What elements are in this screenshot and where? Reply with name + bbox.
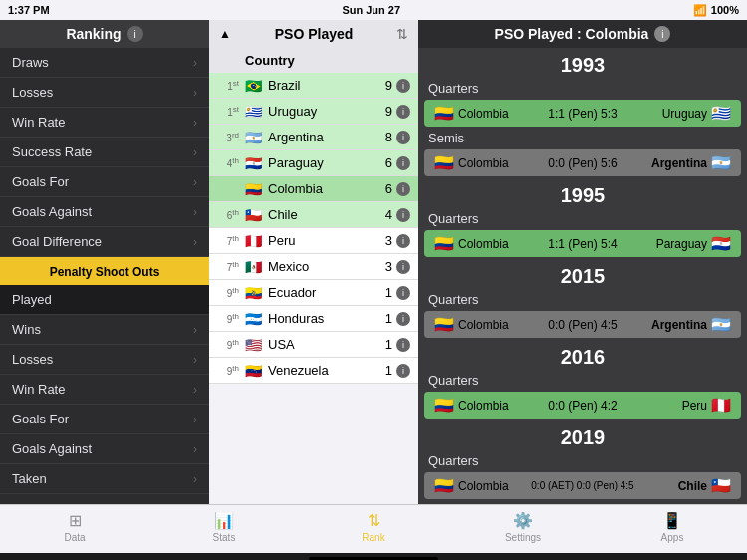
match-colombia-uruguay: 🇨🇴 Colombia 1:1 (Pen) 5:3 Uruguay 🇺🇾 bbox=[424, 100, 741, 127]
country-name: Peru bbox=[268, 233, 385, 248]
chevron-icon: › bbox=[193, 175, 197, 189]
country-name: Paraguay bbox=[268, 155, 385, 170]
country-row-ecuador[interactable]: 9th 🇪🇨 Ecuador 1 i bbox=[209, 280, 418, 306]
middle-panel-header: ▲ PSO Played ⇅ bbox=[209, 20, 418, 48]
chevron-icon: › bbox=[193, 205, 197, 219]
match-team-left: 🇨🇴 Colombia bbox=[434, 104, 514, 123]
match-team-right: Paraguay 🇵🇾 bbox=[651, 234, 731, 253]
right-panel-title: PSO Played : Colombia bbox=[495, 26, 649, 42]
ranking-item-pso-goalsfor[interactable]: Goals For › bbox=[0, 405, 209, 434]
match-score: 1:1 (Pen) 5:3 bbox=[514, 107, 651, 121]
chevron-icon: › bbox=[193, 472, 197, 486]
ranking-item-winrate[interactable]: Win Rate › bbox=[0, 108, 209, 138]
ranking-item-played[interactable]: Played bbox=[0, 285, 209, 315]
tab-data[interactable]: ⊞ Data bbox=[0, 511, 149, 543]
tab-apps-label: Apps bbox=[661, 532, 684, 543]
phase-semis-1993: Semis bbox=[418, 129, 747, 147]
row-info-icon[interactable]: i bbox=[396, 286, 410, 300]
country-row-argentina[interactable]: 3rd 🇦🇷 Argentina 8 i bbox=[209, 125, 418, 150]
row-info-icon[interactable]: i bbox=[396, 79, 410, 93]
row-info-icon[interactable]: i bbox=[396, 156, 410, 170]
country-row-chile[interactable]: 6th 🇨🇱 Chile 4 i bbox=[209, 202, 418, 228]
chevron-icon: › bbox=[193, 116, 197, 130]
ranking-item-successrate[interactable]: Success Rate › bbox=[0, 138, 209, 167]
phase-quarters-1993: Quarters bbox=[418, 79, 747, 98]
honduras-flag: 🇭🇳 bbox=[243, 312, 263, 326]
ranking-item-pso-winrate[interactable]: Win Rate › bbox=[0, 375, 209, 405]
country-row-venezuela[interactable]: 9th 🇻🇪 Venezuela 1 i bbox=[209, 358, 418, 384]
pso-count: 6 bbox=[385, 181, 392, 196]
match-team-left: 🇨🇴 Colombia bbox=[434, 315, 514, 334]
tab-apps[interactable]: 📱 Apps bbox=[598, 511, 747, 543]
match-colombia-paraguay: 🇨🇴 Colombia 1:1 (Pen) 5:4 Paraguay 🇵🇾 bbox=[424, 230, 741, 257]
status-date: Sun Jun 27 bbox=[342, 4, 400, 16]
right-info-icon[interactable]: i bbox=[654, 26, 670, 42]
row-info-icon[interactable]: i bbox=[396, 364, 410, 378]
year-2015: 2015 bbox=[418, 259, 747, 290]
chevron-icon: › bbox=[193, 235, 197, 249]
pso-section-header: Penalty Shoot Outs bbox=[0, 257, 209, 285]
chevron-icon: › bbox=[193, 353, 197, 367]
chevron-icon: › bbox=[193, 413, 197, 426]
ranking-item-goalsfor[interactable]: Goals For › bbox=[0, 167, 209, 197]
country-name: Colombia bbox=[268, 181, 385, 196]
row-info-icon[interactable]: i bbox=[396, 338, 410, 352]
row-info-icon[interactable]: i bbox=[396, 131, 410, 144]
row-info-icon[interactable]: i bbox=[396, 312, 410, 326]
rank-badge: 1st bbox=[217, 105, 239, 118]
country-name: Argentina bbox=[268, 130, 385, 144]
status-time: 1:37 PM bbox=[8, 4, 50, 16]
ranking-item-draws[interactable]: Draws › bbox=[0, 48, 209, 78]
venezuela-flag: 🇻🇪 bbox=[243, 364, 263, 378]
row-info-icon[interactable]: i bbox=[396, 208, 410, 222]
left-panel-header: Ranking i bbox=[0, 20, 209, 48]
pso-count: 3 bbox=[385, 259, 392, 274]
left-info-icon[interactable]: i bbox=[127, 26, 143, 42]
argentina-flag: 🇦🇷 bbox=[243, 131, 263, 144]
ecuador-flag: 🇪🇨 bbox=[243, 286, 263, 300]
country-row-mexico[interactable]: 7th 🇲🇽 Mexico 3 i bbox=[209, 254, 418, 280]
ranking-item-goaldiff[interactable]: Goal Difference › bbox=[0, 227, 209, 257]
row-info-icon[interactable]: i bbox=[396, 260, 410, 274]
country-row-brazil[interactable]: 1st 🇧🇷 Brazil 9 i bbox=[209, 73, 418, 99]
ranking-item-pso-wins[interactable]: Wins › bbox=[0, 315, 209, 345]
tab-settings-label: Settings bbox=[505, 532, 541, 543]
pso-count: 1 bbox=[385, 363, 392, 378]
ranking-item-losses[interactable]: Losses › bbox=[0, 78, 209, 108]
ranking-item-taken[interactable]: Taken › bbox=[0, 464, 209, 494]
country-name: Venezuela bbox=[268, 363, 385, 378]
battery-status: 100% bbox=[711, 4, 739, 16]
middle-panel: ▲ PSO Played ⇅ Country 1st 🇧🇷 Brazil 9 i… bbox=[209, 20, 418, 504]
pso-count: 3 bbox=[385, 233, 392, 248]
tab-rank[interactable]: ⇅ Rank bbox=[299, 511, 448, 543]
rank-badge: 7th bbox=[217, 234, 239, 247]
country-name: Chile bbox=[268, 207, 385, 222]
pso-count: 9 bbox=[385, 78, 392, 93]
row-info-icon[interactable]: i bbox=[396, 182, 410, 196]
year-2019: 2019 bbox=[418, 420, 747, 451]
left-panel: Ranking i Draws › Losses › Win Rate › Su… bbox=[0, 20, 209, 504]
country-row-uruguay[interactable]: 1st 🇺🇾 Uruguay 9 i bbox=[209, 99, 418, 125]
pso-section-title: Penalty Shoot Outs bbox=[50, 265, 160, 279]
ranking-item-pso-goalsagainst[interactable]: Goals Against › bbox=[0, 434, 209, 464]
match-score: 0:0 (Pen) 5:6 bbox=[514, 156, 651, 170]
ranking-item-pso-losses[interactable]: Losses › bbox=[0, 345, 209, 375]
left-panel-title: Ranking bbox=[66, 26, 121, 42]
tab-settings[interactable]: ⚙️ Settings bbox=[448, 511, 598, 543]
ranking-item-goalsagainst[interactable]: Goals Against › bbox=[0, 197, 209, 227]
match-team-left: 🇨🇴 Colombia bbox=[434, 234, 514, 253]
mexico-flag: 🇲🇽 bbox=[243, 260, 263, 274]
country-row-paraguay[interactable]: 4th 🇵🇾 Paraguay 6 i bbox=[209, 150, 418, 176]
row-info-icon[interactable]: i bbox=[396, 234, 410, 248]
country-row-honduras[interactable]: 9th 🇭🇳 Honduras 1 i bbox=[209, 306, 418, 332]
country-row-peru[interactable]: 7th 🇵🇪 Peru 3 i bbox=[209, 228, 418, 254]
match-team-right: Uruguay 🇺🇾 bbox=[651, 104, 731, 123]
match-team-left: 🇨🇴 Colombia bbox=[434, 476, 514, 495]
ranking-item-received[interactable]: Received › bbox=[0, 494, 209, 504]
country-row-usa[interactable]: 9th 🇺🇸 USA 1 i bbox=[209, 332, 418, 358]
year-1993: 1993 bbox=[418, 48, 747, 79]
tab-stats[interactable]: 📊 Stats bbox=[149, 511, 299, 543]
sort-icon[interactable]: ⇅ bbox=[396, 26, 408, 42]
row-info-icon[interactable]: i bbox=[396, 105, 410, 119]
country-row-colombia[interactable]: 🇨🇴 Colombia 6 i bbox=[209, 176, 418, 202]
